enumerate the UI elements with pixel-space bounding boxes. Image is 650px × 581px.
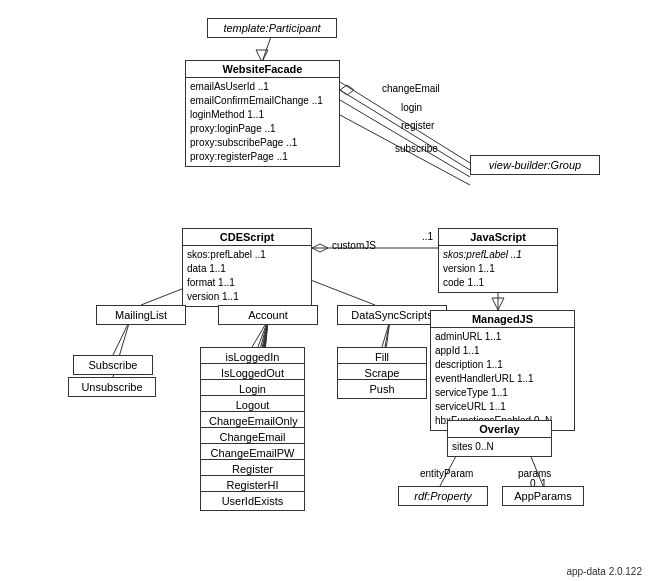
svg-line-0 — [262, 34, 272, 62]
cde-script-box: CDEScript skos:prefLabel ..1 data 1..1 f… — [182, 228, 312, 307]
managed-js-attrs: adminURL 1..1 appId 1..1 description 1..… — [431, 328, 574, 430]
subscribe-box: Subscribe — [73, 355, 153, 375]
edge-label-login: login — [401, 102, 422, 113]
website-facade-title: WebsiteFacade — [186, 61, 339, 78]
overlay-title: Overlay — [448, 421, 551, 438]
mailing-list-box: MailingList — [96, 305, 186, 325]
version-label: app-data 2.0.122 — [566, 566, 642, 577]
push-box: Push — [337, 379, 427, 399]
edge-label-register: register — [401, 120, 434, 131]
unsubscribe-box: Unsubscribe — [68, 377, 156, 397]
edge-label-subscribe: subscribe — [395, 143, 438, 154]
app-params-box: AppParams — [502, 486, 584, 506]
view-builder-group-box: view-builder:Group — [470, 155, 600, 175]
managed-js-title: ManagedJS — [431, 311, 574, 328]
javascript-title: JavaScript — [439, 229, 557, 246]
overlay-box: Overlay sites 0..N — [447, 420, 552, 457]
javascript-attrs: skos:prefLabel ..1 version 1..1 code 1..… — [439, 246, 557, 292]
edge-label-customJS-mult: ..1 — [422, 231, 433, 242]
edge-label-changeEmail: changeEmail — [382, 83, 440, 94]
svg-marker-6 — [340, 85, 354, 95]
edge-label-customJS: customJS — [332, 240, 376, 251]
entity-param-label: entityParam — [420, 468, 473, 479]
user-id-exists-box: UserIdExists — [200, 491, 305, 511]
svg-marker-8 — [312, 244, 328, 252]
diagram-container: template:Participant WebsiteFacade email… — [0, 0, 650, 581]
cde-script-title: CDEScript — [183, 229, 311, 246]
account-box: Account — [218, 305, 318, 325]
website-facade-attrs: emailAsUserId ..1 emailConfirmEmailChang… — [186, 78, 339, 166]
svg-marker-16 — [492, 298, 504, 310]
cde-script-attrs: skos:prefLabel ..1 data 1..1 format 1..1… — [183, 246, 311, 306]
svg-line-20 — [113, 320, 130, 355]
participant-box: template:Participant — [207, 18, 337, 38]
javascript-box: JavaScript skos:prefLabel ..1 version 1.… — [438, 228, 558, 293]
overlay-attrs: sites 0..N — [448, 438, 551, 456]
website-facade-box: WebsiteFacade emailAsUserId ..1 emailCon… — [185, 60, 340, 167]
managed-js-box: ManagedJS adminURL 1..1 appId 1..1 descr… — [430, 310, 575, 431]
rdf-property-box: rdf:Property — [398, 486, 488, 506]
